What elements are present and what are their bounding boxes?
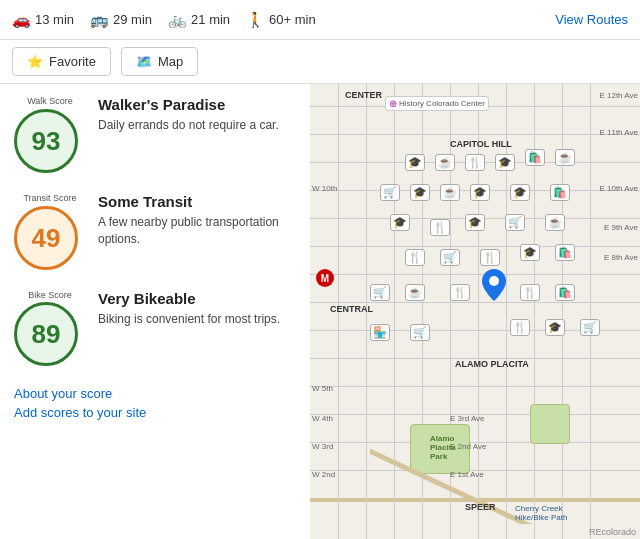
poi-icon-18: 🍴 [405, 249, 425, 266]
top-bar: 🚗 13 min 🚌 29 min 🚲 21 min 🚶 60+ min Vie… [0, 0, 640, 40]
poi-icon-16: 🛒 [505, 214, 525, 231]
poi-icon-2: ☕ [435, 154, 455, 171]
svg-point-0 [489, 276, 499, 286]
history-colorado-poi: ⊕ History Colorado Center [385, 96, 489, 111]
transit-score-number: 49 [32, 225, 61, 251]
favorite-label: Favorite [49, 54, 96, 69]
street-label-e12: E 12th Ave [599, 91, 638, 100]
recolorado-watermark: REcolorado [589, 527, 636, 537]
street-label-e3: E 3rd Ave [450, 414, 485, 423]
action-bar: ⭐ Favorite 🗺️ Map [0, 40, 640, 84]
street-v-3 [394, 84, 395, 539]
bike-score-info: Very Bikeable Biking is convenient for m… [98, 290, 280, 328]
bike-travel-option: 🚲 21 min [168, 11, 230, 29]
street-label-e1: E 1st Ave [450, 470, 484, 479]
poi-icon-26: 🍴 [520, 284, 540, 301]
map-icon: 🗺️ [136, 54, 152, 69]
transit-score-title: Some Transit [98, 193, 296, 210]
car-icon: 🚗 [12, 11, 31, 29]
transit-score-badge: Transit Score 49 [14, 193, 86, 270]
map-label-alamo-placita: ALAMO PLACITA [455, 359, 529, 369]
street-label-w10: W 10th [312, 184, 337, 193]
poi-icon-24: ☕ [405, 284, 425, 301]
poi-icon-17: ☕ [545, 214, 565, 231]
street-label-speer: SPEER [465, 502, 496, 512]
walk-icon: 🚶 [246, 11, 265, 29]
about-score-link[interactable]: About your score [14, 386, 296, 401]
bike-score-card: Bike Score 89 Very Bikeable Biking is co… [14, 290, 296, 367]
links-section: About your score Add scores to your site [14, 386, 296, 420]
map-button[interactable]: 🗺️ Map [121, 47, 198, 76]
walk-score-card: Walk Score 93 Walker's Paradise Daily er… [14, 96, 296, 173]
favorite-button[interactable]: ⭐ Favorite [12, 47, 111, 76]
add-scores-link[interactable]: Add scores to your site [14, 405, 296, 420]
poi-icon-5: 🛍️ [525, 149, 545, 166]
bike-score-badge: Bike Score 89 [14, 290, 86, 367]
bus-icon: 🚌 [90, 11, 109, 29]
view-routes-link[interactable]: View Routes [555, 12, 628, 27]
poi-icon-32: 🛒 [580, 319, 600, 336]
car-time: 13 min [35, 12, 74, 27]
map-label: Map [158, 54, 183, 69]
poi-icon-15: 🎓 [465, 214, 485, 231]
map-label-central: CENTRAL [330, 304, 373, 314]
transit-score-info: Some Transit A few nearby public transpo… [98, 193, 296, 248]
poi-icon-7: 🛒 [380, 184, 400, 201]
metro-marker: M [316, 269, 334, 287]
transit-score-card: Transit Score 49 Some Transit A few near… [14, 193, 296, 270]
poi-icon-8: 🎓 [410, 184, 430, 201]
transit-score-type-label: Transit Score [14, 193, 86, 204]
poi-icon-11: 🎓 [510, 184, 530, 201]
map-label-center: CENTER [345, 90, 382, 100]
street-label-e8: E 8th Ave [604, 253, 638, 262]
poi-icon-6: ☕ [555, 149, 575, 166]
street-label-w3: W 3rd [312, 442, 333, 451]
bike-icon: 🚲 [168, 11, 187, 29]
history-icon: ⊕ [389, 98, 397, 109]
poi-icon-29: 🛒 [410, 324, 430, 341]
cherry-creek-label: Cherry CreekHike/Bike Path [515, 504, 567, 522]
street-label-e9: E 9th Ave [604, 223, 638, 232]
car-travel-option: 🚗 13 min [12, 11, 74, 29]
bus-time: 29 min [113, 12, 152, 27]
poi-icon-1: 🎓 [405, 154, 425, 171]
walk-time: 60+ min [269, 12, 316, 27]
left-panel: Walk Score 93 Walker's Paradise Daily er… [0, 84, 310, 539]
street-v-10 [590, 84, 591, 539]
poi-icon-10: 🎓 [470, 184, 490, 201]
street-label-e11: E 11th Ave [599, 128, 638, 137]
street-label-e10: E 10th Ave [599, 184, 638, 193]
poi-icon-4: 🎓 [495, 154, 515, 171]
transit-score-description: A few nearby public transportation optio… [98, 214, 296, 248]
bike-score-number: 89 [32, 321, 61, 347]
poi-icon-30: 🍴 [510, 319, 530, 336]
walk-score-type-label: Walk Score [14, 96, 86, 107]
walk-score-number: 93 [32, 128, 61, 154]
walk-score-info: Walker's Paradise Daily errands do not r… [98, 96, 279, 134]
poi-icon-27: 🛍️ [555, 284, 575, 301]
transit-badge-circle: 49 [14, 206, 78, 270]
poi-icon-28: 🏪 [370, 324, 390, 341]
poi-icon-31: 🎓 [545, 319, 565, 336]
map-background: CENTER CAPITOL HILL CENTRAL ALAMO PLACIT… [310, 84, 640, 539]
poi-icon-20: 🍴 [480, 249, 500, 266]
street-label-w4: W 4th [312, 414, 333, 423]
poi-icon-14: 🍴 [430, 219, 450, 236]
poi-icon-19: 🛒 [440, 249, 460, 266]
park-label: AlamoPlacitaPark [430, 434, 456, 461]
bike-score-title: Very Bikeable [98, 290, 280, 307]
favorite-icon: ⭐ [27, 54, 43, 69]
poi-icon-13: 🎓 [390, 214, 410, 231]
street-label-w5: W 5th [312, 384, 333, 393]
poi-icon-21: 🎓 [520, 244, 540, 261]
walk-badge-circle: 93 [14, 109, 78, 173]
poi-icon-22: 🛍️ [555, 244, 575, 261]
poi-icon-12: 🛍️ [550, 184, 570, 201]
poi-icon-9: ☕ [440, 184, 460, 201]
map-panel[interactable]: CENTER CAPITOL HILL CENTRAL ALAMO PLACIT… [310, 84, 640, 539]
street-v-7 [506, 84, 507, 539]
bike-time: 21 min [191, 12, 230, 27]
bike-score-type-label: Bike Score [14, 290, 86, 301]
bike-score-description: Biking is convenient for most trips. [98, 311, 280, 328]
main-content: Walk Score 93 Walker's Paradise Daily er… [0, 84, 640, 539]
